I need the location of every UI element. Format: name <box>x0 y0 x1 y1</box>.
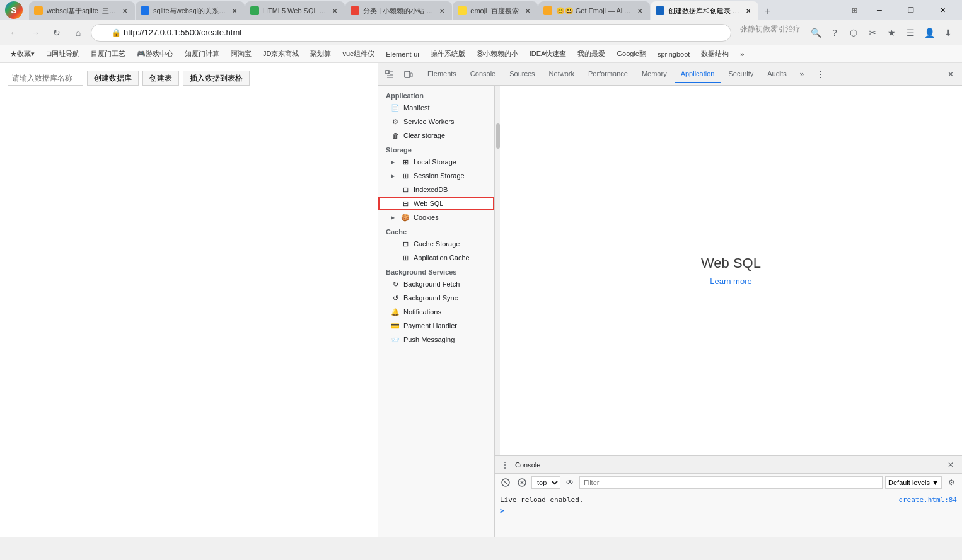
websql-learn-more-link[interactable]: Learn more <box>710 277 751 286</box>
home-button[interactable]: ⌂ <box>69 24 87 42</box>
devtools-more-button[interactable]: ⋮ <box>812 66 830 83</box>
console-menu-button[interactable]: ⋮ <box>500 460 510 470</box>
history-button[interactable]: ☰ <box>901 24 919 42</box>
bookmark-springboot[interactable]: springboot <box>652 47 695 61</box>
tree-item-clear-storage[interactable]: 🗑 Clear storage <box>378 129 494 142</box>
devtools-tab-elements[interactable]: Elements <box>421 66 463 83</box>
bookmark-idea[interactable]: IDEA快速查 <box>524 47 572 61</box>
console-filter-input[interactable] <box>579 476 883 489</box>
bookmark-favorite[interactable]: 我的最爱 <box>572 47 610 61</box>
console-levels-dropdown[interactable]: Default levels ▼ <box>885 476 942 489</box>
page-toolbar: 创建数据库 创建表 插入数据到表格 <box>8 71 370 86</box>
bookmark-nav[interactable]: ⊡网址导航 <box>41 47 84 61</box>
tree-item-indexeddb[interactable]: ▶ ⊟ IndexedDB <box>378 183 494 197</box>
tab-2-close[interactable]: ✕ <box>229 6 240 16</box>
tree-item-websql[interactable]: ▶ ⊟ Web SQL <box>378 197 494 210</box>
restore-button[interactable]: ❐ <box>896 0 925 20</box>
tree-item-cache-storage[interactable]: ▶ ⊟ Cache Storage <box>378 237 494 251</box>
console-message-1: Live reload enabled. <box>500 496 583 504</box>
devtools-tab-security[interactable]: Security <box>722 66 760 83</box>
minimize-button[interactable]: ─ <box>865 0 894 20</box>
tab-5-close[interactable]: ✕ <box>523 6 533 16</box>
bookmark-os[interactable]: 操作系统版 <box>426 47 470 61</box>
tree-item-local-storage[interactable]: ▶ ⊞ Local Storage <box>378 155 494 169</box>
address-bar[interactable]: 🔒 http://127.0.0.1:5500/create.html <box>91 24 731 42</box>
account-button[interactable]: 👤 <box>920 24 938 42</box>
close-button[interactable]: ✕ <box>928 0 957 20</box>
tree-item-cookies[interactable]: ▶ 🍪 Cookies <box>378 210 494 224</box>
tab-7[interactable]: 创建数据库和创建表 … ✕ <box>651 1 758 20</box>
download-button[interactable]: ⬇ <box>939 24 957 42</box>
devtools-tab-performance[interactable]: Performance <box>582 66 634 83</box>
tab-2[interactable]: sqlite与websql的关系… ✕ <box>136 1 245 20</box>
tab-5[interactable]: emoji_百度搜索 ✕ <box>453 1 537 20</box>
db-name-input[interactable] <box>8 71 83 86</box>
devtools-inspect-button[interactable] <box>381 66 398 83</box>
console-line-1-link[interactable]: create.html:84 <box>898 496 957 504</box>
console-clear-button[interactable] <box>499 476 513 489</box>
bookmark-xiamen-calc[interactable]: 知厦门计算 <box>180 47 224 61</box>
bookmark-xiamen-art[interactable]: 目厦门工艺 <box>86 47 130 61</box>
console-eye-button[interactable]: 👁 <box>563 476 577 489</box>
devtools-tab-console[interactable]: Console <box>464 66 502 83</box>
tab-7-close[interactable]: ✕ <box>743 6 753 16</box>
devtools-close-button[interactable]: ✕ <box>942 66 959 83</box>
bookmark-element[interactable]: Element-ui <box>381 47 424 61</box>
new-tab-button[interactable]: + <box>759 3 777 20</box>
scissors-button[interactable]: ✂ <box>864 24 881 42</box>
tree-item-app-cache[interactable]: ▶ ⊞ Application Cache <box>378 251 494 265</box>
console-close-button[interactable]: ✕ <box>944 459 957 471</box>
console-stop-button[interactable] <box>515 476 529 489</box>
bookmark-games[interactable]: 🎮游戏中心 <box>132 47 178 61</box>
tab-4[interactable]: 分类 | 小赖赖的小站 … ✕ <box>345 1 452 20</box>
bookmark-google-translate[interactable]: Google翻 <box>611 47 651 61</box>
signin-button[interactable]: ⬡ <box>845 24 862 42</box>
tab-6-close[interactable]: ✕ <box>635 6 645 16</box>
bookmark-taobao[interactable]: 阿淘宝 <box>226 47 257 61</box>
tab-6[interactable]: 😊😃 Get Emoji — All… ✕ <box>538 1 650 20</box>
bookmark-vue[interactable]: vue组件仪 <box>337 47 380 61</box>
devtools-tab-audits[interactable]: Audits <box>761 66 793 83</box>
bookmark-jd[interactable]: JD京东商城 <box>258 47 304 61</box>
tree-item-bg-fetch[interactable]: ↻ Background Fetch <box>378 277 494 291</box>
forward-button[interactable]: → <box>26 24 44 42</box>
bookmark-more[interactable]: » <box>735 47 749 61</box>
console-context-select[interactable]: top <box>531 476 560 489</box>
tab-3[interactable]: HTML5 Web SQL … ✕ <box>245 1 345 20</box>
create-db-button[interactable]: 创建数据库 <box>87 71 139 86</box>
tab-3-close[interactable]: ✕ <box>330 6 340 16</box>
tree-item-notifications[interactable]: 🔔 Notifications <box>378 305 494 319</box>
tree-item-session-storage[interactable]: ▶ ⊞ Session Storage <box>378 169 494 183</box>
bookmark-favorites[interactable]: ★收藏▾ <box>5 47 40 61</box>
tree-section-application: Application <box>378 88 494 101</box>
tree-item-bg-sync[interactable]: ↺ Background Sync <box>378 291 494 305</box>
tab-1[interactable]: websql基于sqlite_三… ✕ <box>29 1 135 20</box>
create-table-button[interactable]: 创建表 <box>142 71 179 86</box>
back-button[interactable]: ← <box>5 24 23 42</box>
devtools-more-tabs[interactable]: » <box>794 66 809 83</box>
bookmark-xiaolai[interactable]: ⑧小赖赖的小 <box>472 47 523 61</box>
tab-1-close[interactable]: ✕ <box>120 6 130 16</box>
tree-item-service-workers[interactable]: ⚙ Service Workers <box>378 115 494 129</box>
bookmark-data-structure[interactable]: 数据结构 <box>696 47 734 61</box>
tree-scrollbar-thumb[interactable] <box>496 123 500 149</box>
tree-item-session-storage-label: Session Storage <box>414 172 489 180</box>
devtools-tab-memory[interactable]: Memory <box>635 66 673 83</box>
search-button[interactable]: 🔍 <box>807 24 825 42</box>
devtools-device-button[interactable] <box>400 66 417 83</box>
tree-item-push-messaging[interactable]: 📨 Push Messaging <box>378 333 494 346</box>
devtools-tab-application[interactable]: Application <box>675 66 721 83</box>
bookmarks-button[interactable]: ★ <box>883 24 900 42</box>
notifications-icon: 🔔 <box>391 308 400 316</box>
bookmark-juhua[interactable]: 聚划算 <box>305 47 336 61</box>
tree-item-payment-handler[interactable]: 💳 Payment Handler <box>378 319 494 333</box>
devtools-tab-network[interactable]: Network <box>543 66 581 83</box>
tree-scrollbar[interactable] <box>495 86 500 455</box>
tree-item-manifest[interactable]: 📄 Manifest <box>378 101 494 115</box>
insert-data-button[interactable]: 插入数据到表格 <box>183 71 250 86</box>
devtools-tab-sources[interactable]: Sources <box>503 66 541 83</box>
console-settings-button[interactable]: ⚙ <box>944 476 958 489</box>
refresh-button[interactable]: ↻ <box>48 24 66 42</box>
tab-4-close[interactable]: ✕ <box>437 6 447 16</box>
help-button[interactable]: ? <box>826 24 843 42</box>
